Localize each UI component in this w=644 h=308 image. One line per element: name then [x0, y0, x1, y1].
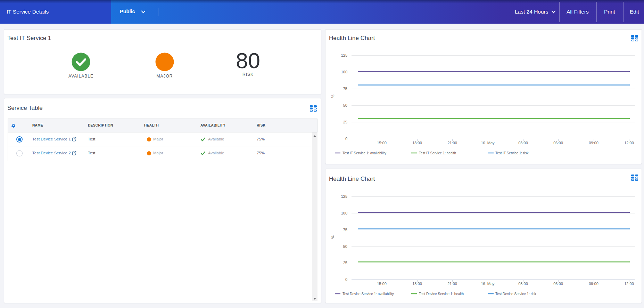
svg-text:21:00: 21:00 — [447, 141, 457, 145]
svg-text:Test Device Service 1: health: Test Device Service 1: health — [419, 292, 464, 296]
svg-text:0: 0 — [345, 137, 347, 141]
svg-text:09:00: 09:00 — [589, 141, 598, 145]
svg-text:75: 75 — [343, 228, 347, 232]
svg-text:100: 100 — [341, 70, 347, 74]
svg-text:12:00: 12:00 — [624, 141, 634, 145]
svg-text:18:00: 18:00 — [412, 282, 422, 286]
svg-text:15:00: 15:00 — [377, 141, 387, 145]
svg-text:Test IT Service 1: risk: Test IT Service 1: risk — [495, 151, 529, 155]
svg-text:25: 25 — [343, 120, 347, 124]
svg-text:15:00: 15:00 — [377, 282, 387, 286]
svg-text:%: % — [331, 235, 335, 239]
svg-text:Test Device Service 1: risk: Test Device Service 1: risk — [495, 292, 536, 296]
svg-text:Test IT Service 1: availabilit: Test IT Service 1: availability — [342, 151, 386, 155]
svg-text:0: 0 — [345, 277, 347, 282]
svg-text:100: 100 — [341, 211, 347, 215]
svg-text:50: 50 — [343, 244, 347, 249]
svg-text:125: 125 — [341, 53, 347, 57]
svg-text:%: % — [331, 95, 335, 98]
svg-text:18:00: 18:00 — [412, 141, 422, 145]
svg-text:25: 25 — [343, 261, 347, 265]
svg-text:125: 125 — [341, 194, 347, 198]
svg-text:50: 50 — [343, 103, 347, 107]
svg-text:06:00: 06:00 — [553, 141, 563, 145]
svg-text:12:00: 12:00 — [624, 282, 634, 286]
svg-text:16. May: 16. May — [481, 282, 495, 286]
svg-text:16. May: 16. May — [481, 141, 495, 145]
svg-text:Test Device Service 1: availab: Test Device Service 1: availability — [342, 292, 394, 296]
svg-text:03:00: 03:00 — [518, 141, 528, 145]
svg-text:06:00: 06:00 — [553, 282, 563, 286]
svg-text:Test IT Service 1: health: Test IT Service 1: health — [419, 151, 456, 155]
svg-text:21:00: 21:00 — [447, 282, 457, 286]
svg-text:03:00: 03:00 — [518, 282, 528, 286]
svg-text:75: 75 — [343, 87, 347, 91]
svg-text:09:00: 09:00 — [589, 282, 598, 286]
